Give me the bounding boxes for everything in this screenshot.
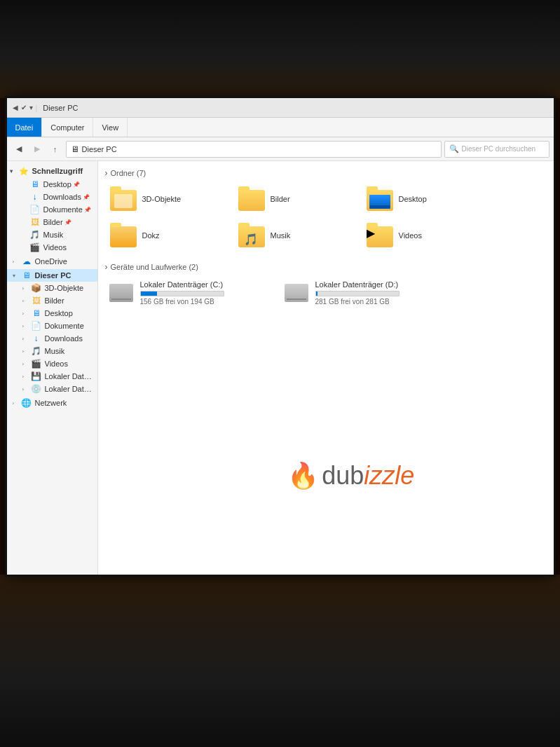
sidebar-item-desktop-quick[interactable]: 🖥 Desktop 📌 (7, 178, 97, 191)
sidebar-item-downloads-quick[interactable]: ↓ Downloads 📌 (7, 191, 97, 203)
ribbon-tab-computer[interactable]: Computer (42, 118, 93, 137)
sidebar-item-3d-objekte[interactable]: › 📦 3D-Objekte (7, 282, 97, 294)
folder-icon: 🖥 (71, 144, 79, 154)
sidebar-item-musik-quick[interactable]: 🎵 Musik (7, 228, 97, 241)
up-button[interactable]: ↑ (48, 142, 63, 157)
sidebar-item-musik[interactable]: › 🎵 Musik (7, 345, 97, 357)
sidebar-item-desktop[interactable]: › 🖥 Desktop (7, 307, 97, 320)
sidebar: ▾ ⭐ Schnellzugriff 🖥 Desktop 📌 ↓ Downloa… (7, 161, 98, 575)
forward-button[interactable]: ▶ (29, 142, 45, 157)
bezel-top (0, 0, 560, 98)
sidebar-item-bilder[interactable]: › 🖼 Bilder (7, 294, 97, 307)
section-header-folders: Ordner (7) (105, 168, 547, 178)
folder-bilder[interactable]: Bilder (233, 184, 356, 214)
sidebar-item-drive-c[interactable]: › 💾 Lokaler Datenträger (7, 370, 97, 383)
sidebar-item-dokumente-quick[interactable]: 📄 Dokumente 📌 (7, 203, 97, 216)
main-content: Ordner (7) 3D-Objekte (98, 161, 554, 575)
folder-dokumente[interactable]: Dokz (105, 220, 228, 251)
sidebar-header-dieser-pc[interactable]: ▾ 🖥 Dieser PC (7, 269, 97, 282)
sidebar-item-videos-quick[interactable]: 🎬 Videos (7, 241, 97, 254)
ribbon: Datei Computer View (7, 118, 554, 137)
sidebar-header-schnellzugriff[interactable]: ▾ ⭐ Schnellzugriff (7, 164, 97, 178)
search-icon: 🔍 (449, 144, 459, 153)
folder-videos[interactable]: ▶ Videos (362, 220, 484, 251)
ribbon-tab-view[interactable]: View (93, 118, 128, 137)
dubizzle-flame-icon: 🔥 (287, 463, 319, 488)
check-icon: ✔ (21, 104, 27, 111)
drive-c[interactable]: Lokaler Datenträger (C:) 156 GB frei von… (105, 277, 266, 308)
drive-d[interactable]: Lokaler Datenträger (D:) 281 GB frei von… (280, 277, 442, 308)
ribbon-tab-datei[interactable]: Datei (7, 118, 43, 137)
sidebar-item-bilder-quick[interactable]: 🖼 Bilder 📌 (7, 216, 97, 228)
sidebar-item-videos[interactable]: › 🎬 Videos (7, 357, 97, 370)
search-placeholder: Dieser PC durchsuchen (462, 145, 536, 153)
sidebar-item-drive-d[interactable]: › 💿 Lokaler Datenträger (7, 383, 97, 395)
bezel-bottom (0, 575, 560, 747)
folder-desktop[interactable]: Desktop (362, 184, 484, 214)
folder-musik[interactable]: 🎵 Musik (233, 220, 356, 251)
sidebar-item-dokumente[interactable]: › 📄 Dokumente (7, 320, 97, 332)
sidebar-item-onedrive[interactable]: › ☁ OneDrive (7, 255, 97, 268)
folder-grid: 3D-Objekte Bilder (105, 184, 547, 251)
drives-section: Lokaler Datenträger (C:) 156 GB frei von… (105, 277, 547, 311)
dubizzle-text: dubizzle (322, 461, 414, 491)
search-bar[interactable]: 🔍 Dieser PC durchsuchen (444, 141, 549, 158)
folder-3d-objekte[interactable]: 3D-Objekte (105, 184, 228, 214)
address-path: Dieser PC (82, 145, 117, 153)
schnellzugriff-label: Schnellzugriff (32, 167, 83, 175)
nav-bar: ◀ ▶ ↑ 🖥 Dieser PC 🔍 Dieser PC durchsuche… (7, 137, 554, 161)
address-bar[interactable]: 🖥 Dieser PC (66, 141, 442, 158)
down-icon: ▾ (29, 104, 33, 111)
sidebar-item-netzwerk[interactable]: › 🌐 Netzwerk (7, 397, 97, 409)
title-bar: ◀ ✔ ▾ | Dieser PC (7, 98, 554, 118)
screen: ◀ ✔ ▾ | Dieser PC Datei Computer View ◀ … (7, 98, 554, 575)
sidebar-item-downloads[interactable]: › ↓ Downloads (7, 332, 97, 345)
window-title: Dieser PC (43, 104, 78, 112)
dubizzle-watermark: 🔥 dubizzle (287, 461, 414, 491)
section-header-drives: Geräte und Laufwerke (2) (105, 262, 547, 272)
back-button[interactable]: ◀ (11, 142, 27, 157)
separator: | (36, 104, 38, 112)
back-icon: ◀ (13, 104, 18, 111)
